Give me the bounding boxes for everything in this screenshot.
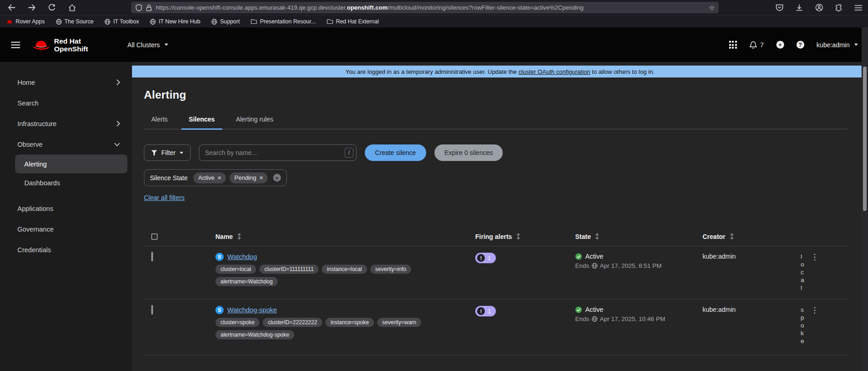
pocket-icon[interactable] (775, 3, 785, 13)
chevron-right-icon (116, 121, 120, 127)
sidebar-item-applications[interactable]: Applications (0, 198, 132, 219)
url-path: /multicloud/monitoring/silences?rowFilte… (388, 4, 583, 11)
expire-silences-button[interactable]: Expire 0 silences (434, 144, 503, 161)
create-silence-button[interactable]: Create silence (365, 144, 426, 161)
silence-badge: S (215, 306, 224, 314)
alert-severity-icon: ! (477, 254, 485, 262)
chip-pending: Pending × (230, 172, 268, 183)
bookmark-it-toolbox[interactable]: IT Toolbox (104, 18, 139, 25)
banner-text: to allow others to log in. (590, 68, 654, 75)
row-kebab-menu-icon[interactable]: ⋮ (808, 253, 821, 261)
column-header-state[interactable]: State (575, 233, 703, 240)
help-question-icon[interactable]: ? (797, 41, 804, 49)
nav-toggle-icon[interactable] (11, 42, 20, 48)
tab-bar: Alerts Silences Alerting rules (144, 116, 848, 129)
sidebar-item-dashboards[interactable]: Dashboards (15, 173, 127, 192)
chip-label: Active (198, 174, 214, 181)
bookmark-presentation-resources[interactable]: Presentation Resour... (251, 18, 316, 25)
sidebar-item-alerting[interactable]: Alerting (15, 155, 127, 173)
url-text: https://console-openshift-console.apps.e… (156, 4, 705, 11)
brand-line2: OpenShift (54, 45, 88, 53)
page-scrollbar[interactable] (862, 28, 868, 371)
column-header-firing-alerts[interactable]: Firing alerts (475, 233, 575, 240)
bookmark-red-hat-external[interactable]: Red Hat External (327, 18, 379, 25)
bookmark-star-icon[interactable]: ☆ (709, 4, 715, 11)
firing-alerts-cell: ! 1 (475, 299, 575, 355)
sidebar-item-infrastructure[interactable]: Infrastructure (0, 113, 132, 134)
clear-all-filters-link[interactable]: Clear all filters (144, 194, 185, 201)
silence-name-link[interactable]: Watchdog (227, 253, 257, 260)
notification-count: 7 (760, 41, 764, 49)
tracking-shield-icon[interactable] (136, 4, 142, 11)
label-pill: severity=warn (377, 318, 421, 327)
user-menu-dropdown[interactable]: kube:admin (817, 41, 858, 49)
filter-dropdown-button[interactable]: Filter (144, 144, 191, 161)
sidebar-item-label: Infrastructure (17, 120, 56, 127)
column-header-creator[interactable]: Creator (703, 233, 801, 240)
firing-count: 1 (488, 255, 491, 261)
bookmark-rover-apps[interactable]: Rover Apps (6, 18, 45, 25)
extensions-puzzle-icon[interactable] (834, 3, 844, 13)
brand-logo[interactable]: Red Hat OpenShift (32, 37, 88, 53)
bookmark-support[interactable]: Support (211, 18, 240, 25)
sidebar-item-home[interactable]: Home (0, 72, 132, 93)
column-header-name[interactable]: Name (215, 233, 475, 240)
bookmark-label: Rover Apps (16, 18, 45, 25)
sidebar-item-governance[interactable]: Governance (0, 219, 132, 239)
sidebar-item-search[interactable]: Search (0, 93, 132, 113)
creator-cell: kube:admin (703, 299, 801, 355)
home-icon[interactable] (67, 3, 77, 13)
bookmark-label: Support (220, 18, 240, 25)
filter-toolbar: Filter / Create silence Expire 0 silence… (144, 144, 848, 161)
sort-icon (516, 233, 521, 240)
silence-badge: S (215, 253, 224, 261)
browser-menu-icon[interactable] (853, 3, 863, 13)
sidebar-item-observe[interactable]: Observe (0, 134, 132, 155)
tab-silences[interactable]: Silences (181, 116, 222, 129)
sidebar-item-label: Credentials (17, 246, 51, 254)
sort-icon (237, 233, 242, 240)
url-bar[interactable]: https://console-openshift-console.apps.e… (131, 2, 719, 13)
row-checkbox[interactable] (151, 305, 153, 315)
app-launcher-icon[interactable] (729, 41, 737, 49)
filter-label: Filter (161, 149, 176, 156)
oauth-config-link[interactable]: cluster OAuth configuration (518, 68, 590, 75)
firing-alerts-badge: ! 1 (475, 306, 496, 316)
silence-name-link[interactable]: Watchdog-spoke (227, 306, 277, 314)
bookmark-it-new-hire-hub[interactable]: IT New Hire Hub (150, 18, 200, 25)
tab-alerting-rules[interactable]: Alerting rules (229, 116, 281, 129)
sidebar-item-credentials[interactable]: Credentials (0, 239, 132, 260)
search-input[interactable] (205, 149, 345, 156)
sort-icon (595, 233, 599, 240)
row-checkbox[interactable] (151, 252, 153, 261)
chip-group-close-icon[interactable]: × (273, 174, 281, 182)
column-label: Name (215, 233, 233, 240)
chip-close-icon[interactable]: × (258, 174, 265, 182)
select-all-checkbox[interactable] (151, 233, 158, 240)
scrollbar-thumb[interactable] (863, 66, 867, 211)
cluster-selector-label: All Clusters (127, 41, 160, 49)
label-pill: alertname=Watchdog-spoke (215, 330, 294, 339)
chevron-right-icon (116, 79, 120, 85)
folder-icon (327, 19, 333, 24)
lock-warning-icon[interactable] (146, 4, 152, 11)
download-icon[interactable] (794, 3, 804, 13)
reload-icon[interactable] (47, 3, 57, 13)
row-kebab-menu-icon[interactable]: ⋮ (808, 306, 821, 314)
bookmark-the-source[interactable]: The Source (56, 18, 94, 25)
import-plus-icon[interactable]: + (776, 41, 784, 49)
cluster-selector-dropdown[interactable]: All Clusters (127, 41, 168, 49)
account-icon[interactable] (814, 3, 824, 13)
ends-label: Ends (575, 262, 589, 269)
bookmark-label: The Source (65, 18, 94, 25)
cluster-cell: spoke (801, 306, 805, 345)
back-icon[interactable] (6, 3, 16, 13)
notifications-button[interactable]: 7 (749, 41, 764, 49)
search-box: / (199, 144, 357, 161)
forward-icon[interactable] (27, 3, 37, 13)
firing-alerts-badge: ! 1 (475, 253, 496, 263)
chip-close-icon[interactable]: × (216, 174, 223, 182)
tab-alerts[interactable]: Alerts (144, 116, 175, 129)
bookmarks-bar: Rover Apps The Source IT Toolbox IT New … (0, 15, 868, 28)
label-pill: alertname=Watchdog (215, 277, 278, 286)
